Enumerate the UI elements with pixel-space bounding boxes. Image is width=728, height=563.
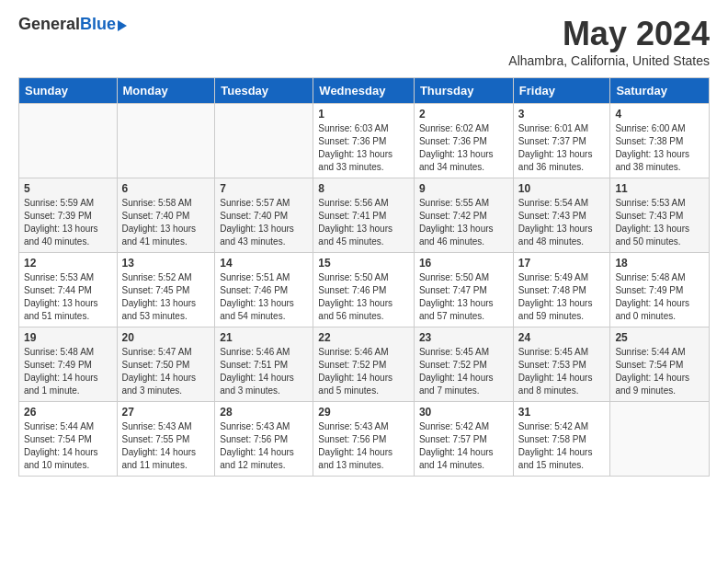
day-info: Sunrise: 5:48 AM Sunset: 7:49 PM Dayligh…	[24, 346, 112, 397]
day-number: 3	[518, 108, 606, 121]
calendar-body: 1Sunrise: 6:03 AM Sunset: 7:36 PM Daylig…	[19, 104, 710, 477]
day-number: 29	[318, 406, 409, 419]
logo-arrow-icon	[118, 20, 127, 31]
day-info: Sunrise: 5:43 AM Sunset: 7:56 PM Dayligh…	[220, 420, 308, 472]
month-title: May 2024	[508, 15, 710, 53]
calendar-cell: 25Sunrise: 5:44 AM Sunset: 7:54 PM Dayli…	[610, 327, 710, 402]
day-number: 9	[419, 182, 508, 195]
day-number: 25	[615, 331, 704, 344]
calendar-cell: 24Sunrise: 5:45 AM Sunset: 7:53 PM Dayli…	[513, 327, 610, 402]
day-number: 10	[518, 182, 606, 195]
day-number: 15	[318, 257, 409, 270]
day-info: Sunrise: 5:48 AM Sunset: 7:49 PM Dayligh…	[615, 271, 704, 323]
day-info: Sunrise: 5:55 AM Sunset: 7:42 PM Dayligh…	[419, 197, 508, 248]
calendar-cell: 15Sunrise: 5:50 AM Sunset: 7:46 PM Dayli…	[313, 253, 415, 327]
day-number: 14	[220, 257, 308, 270]
days-of-week-row: SundayMondayTuesdayWednesdayThursdayFrid…	[19, 78, 710, 104]
day-number: 28	[220, 406, 308, 419]
day-info: Sunrise: 5:58 AM Sunset: 7:40 PM Dayligh…	[122, 197, 210, 248]
calendar-cell: 8Sunrise: 5:56 AM Sunset: 7:41 PM Daylig…	[313, 178, 415, 253]
day-info: Sunrise: 5:53 AM Sunset: 7:44 PM Dayligh…	[24, 271, 112, 323]
calendar-cell: 26Sunrise: 5:44 AM Sunset: 7:54 PM Dayli…	[19, 402, 118, 477]
day-info: Sunrise: 5:52 AM Sunset: 7:45 PM Dayligh…	[122, 271, 210, 323]
calendar-week-row: 12Sunrise: 5:53 AM Sunset: 7:44 PM Dayli…	[19, 253, 710, 327]
day-number: 26	[24, 406, 112, 419]
day-info: Sunrise: 6:00 AM Sunset: 7:38 PM Dayligh…	[615, 122, 704, 174]
calendar-cell: 21Sunrise: 5:46 AM Sunset: 7:51 PM Dayli…	[215, 327, 313, 402]
calendar-cell: 11Sunrise: 5:53 AM Sunset: 7:43 PM Dayli…	[610, 178, 710, 253]
calendar-cell: 10Sunrise: 5:54 AM Sunset: 7:43 PM Dayli…	[513, 178, 610, 253]
calendar-cell: 2Sunrise: 6:02 AM Sunset: 7:36 PM Daylig…	[414, 104, 513, 178]
calendar-cell: 5Sunrise: 5:59 AM Sunset: 7:39 PM Daylig…	[19, 178, 118, 253]
calendar-cell	[117, 104, 215, 178]
day-info: Sunrise: 6:02 AM Sunset: 7:36 PM Dayligh…	[419, 122, 508, 174]
day-of-week-header: Saturday	[610, 78, 710, 104]
logo-general-text: General	[18, 15, 80, 34]
logo: General Blue	[18, 15, 127, 34]
calendar-cell: 1Sunrise: 6:03 AM Sunset: 7:36 PM Daylig…	[313, 104, 415, 178]
day-number: 17	[518, 257, 606, 270]
calendar-cell: 14Sunrise: 5:51 AM Sunset: 7:46 PM Dayli…	[215, 253, 313, 327]
day-info: Sunrise: 5:50 AM Sunset: 7:47 PM Dayligh…	[419, 271, 508, 323]
day-number: 27	[122, 406, 210, 419]
calendar-cell: 30Sunrise: 5:42 AM Sunset: 7:57 PM Dayli…	[414, 402, 513, 477]
day-number: 16	[419, 257, 508, 270]
day-info: Sunrise: 5:53 AM Sunset: 7:43 PM Dayligh…	[615, 197, 704, 248]
day-of-week-header: Monday	[117, 78, 215, 104]
day-number: 13	[122, 257, 210, 270]
calendar-cell: 12Sunrise: 5:53 AM Sunset: 7:44 PM Dayli…	[19, 253, 118, 327]
day-number: 31	[518, 406, 606, 419]
day-info: Sunrise: 5:45 AM Sunset: 7:53 PM Dayligh…	[518, 346, 606, 397]
day-number: 4	[615, 108, 704, 121]
calendar-week-row: 5Sunrise: 5:59 AM Sunset: 7:39 PM Daylig…	[19, 178, 710, 253]
title-area: May 2024 Alhambra, California, United St…	[508, 15, 710, 68]
day-info: Sunrise: 5:54 AM Sunset: 7:43 PM Dayligh…	[518, 197, 606, 248]
day-info: Sunrise: 5:43 AM Sunset: 7:56 PM Dayligh…	[318, 420, 409, 472]
day-number: 1	[318, 108, 409, 121]
day-info: Sunrise: 5:44 AM Sunset: 7:54 PM Dayligh…	[24, 420, 112, 472]
day-info: Sunrise: 5:56 AM Sunset: 7:41 PM Dayligh…	[318, 197, 409, 248]
day-of-week-header: Friday	[513, 78, 610, 104]
calendar-cell: 18Sunrise: 5:48 AM Sunset: 7:49 PM Dayli…	[610, 253, 710, 327]
calendar-cell: 23Sunrise: 5:45 AM Sunset: 7:52 PM Dayli…	[414, 327, 513, 402]
day-number: 5	[24, 182, 112, 195]
day-info: Sunrise: 5:57 AM Sunset: 7:40 PM Dayligh…	[220, 197, 308, 248]
calendar-cell: 20Sunrise: 5:47 AM Sunset: 7:50 PM Dayli…	[117, 327, 215, 402]
calendar-table: SundayMondayTuesdayWednesdayThursdayFrid…	[18, 77, 710, 477]
calendar-cell	[215, 104, 313, 178]
calendar-week-row: 26Sunrise: 5:44 AM Sunset: 7:54 PM Dayli…	[19, 402, 710, 477]
day-number: 22	[318, 331, 409, 344]
calendar-cell	[19, 104, 118, 178]
day-of-week-header: Thursday	[414, 78, 513, 104]
day-number: 2	[419, 108, 508, 121]
day-info: Sunrise: 6:01 AM Sunset: 7:37 PM Dayligh…	[518, 122, 606, 174]
calendar-week-row: 19Sunrise: 5:48 AM Sunset: 7:49 PM Dayli…	[19, 327, 710, 402]
calendar-header: SundayMondayTuesdayWednesdayThursdayFrid…	[19, 78, 710, 104]
day-number: 21	[220, 331, 308, 344]
calendar-cell: 28Sunrise: 5:43 AM Sunset: 7:56 PM Dayli…	[215, 402, 313, 477]
day-number: 19	[24, 331, 112, 344]
day-of-week-header: Sunday	[19, 78, 118, 104]
day-info: Sunrise: 6:03 AM Sunset: 7:36 PM Dayligh…	[318, 122, 409, 174]
day-of-week-header: Tuesday	[215, 78, 313, 104]
day-number: 6	[122, 182, 210, 195]
calendar-cell	[610, 402, 710, 477]
calendar-cell: 4Sunrise: 6:00 AM Sunset: 7:38 PM Daylig…	[610, 104, 710, 178]
calendar-cell: 17Sunrise: 5:49 AM Sunset: 7:48 PM Dayli…	[513, 253, 610, 327]
header: General Blue May 2024 Alhambra, Californ…	[18, 15, 710, 68]
day-of-week-header: Wednesday	[313, 78, 415, 104]
calendar-week-row: 1Sunrise: 6:03 AM Sunset: 7:36 PM Daylig…	[19, 104, 710, 178]
day-info: Sunrise: 5:42 AM Sunset: 7:57 PM Dayligh…	[419, 420, 508, 472]
logo-blue-text: Blue	[80, 15, 116, 34]
day-number: 24	[518, 331, 606, 344]
calendar-cell: 9Sunrise: 5:55 AM Sunset: 7:42 PM Daylig…	[414, 178, 513, 253]
location-title: Alhambra, California, United States	[508, 53, 710, 68]
day-info: Sunrise: 5:45 AM Sunset: 7:52 PM Dayligh…	[419, 346, 508, 397]
calendar-cell: 7Sunrise: 5:57 AM Sunset: 7:40 PM Daylig…	[215, 178, 313, 253]
calendar-cell: 6Sunrise: 5:58 AM Sunset: 7:40 PM Daylig…	[117, 178, 215, 253]
day-info: Sunrise: 5:51 AM Sunset: 7:46 PM Dayligh…	[220, 271, 308, 323]
day-number: 18	[615, 257, 704, 270]
day-number: 23	[419, 331, 508, 344]
day-info: Sunrise: 5:47 AM Sunset: 7:50 PM Dayligh…	[122, 346, 210, 397]
day-number: 11	[615, 182, 704, 195]
